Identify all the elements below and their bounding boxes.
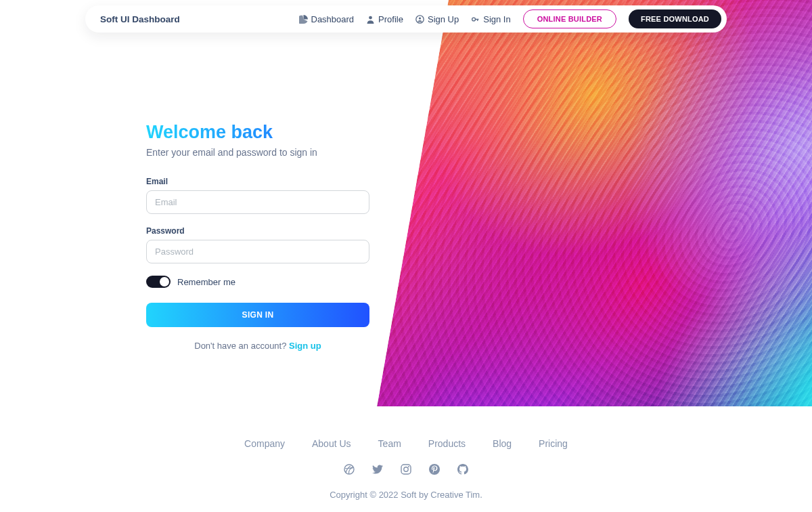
- nav-profile[interactable]: Profile: [366, 14, 403, 24]
- footer-link-pricing[interactable]: Pricing: [539, 438, 568, 449]
- svg-point-7: [408, 466, 409, 467]
- footer-link-team[interactable]: Team: [378, 438, 401, 449]
- signin-button[interactable]: SIGN IN: [146, 303, 369, 327]
- nav-dashboard[interactable]: Dashboard: [299, 14, 355, 24]
- key-icon: [471, 15, 480, 24]
- page-footer: Company About Us Team Products Blog Pric…: [0, 438, 812, 500]
- signup-link[interactable]: Sign up: [289, 341, 321, 351]
- svg-rect-5: [401, 465, 411, 474]
- pie-chart-icon: [299, 15, 308, 24]
- decorative-art: [372, 0, 812, 406]
- svg-point-2: [419, 17, 421, 19]
- remember-me-toggle[interactable]: [146, 276, 171, 288]
- password-label: Password: [146, 226, 369, 236]
- nav-signin-label: Sign In: [483, 14, 510, 24]
- remember-me-label: Remember me: [177, 277, 235, 287]
- nav-profile-label: Profile: [378, 14, 403, 24]
- footer-link-products[interactable]: Products: [428, 438, 466, 449]
- signin-form: Welcome back Enter your email and passwo…: [146, 122, 369, 351]
- top-navbar: Soft UI Dashboard Dashboard Profile Sign…: [85, 5, 727, 33]
- email-input[interactable]: [146, 190, 369, 214]
- footer-link-blog[interactable]: Blog: [493, 438, 512, 449]
- nav-dashboard-label: Dashboard: [311, 14, 355, 24]
- page-subtitle: Enter your email and password to sign in: [146, 147, 369, 158]
- user-circle-icon: [415, 15, 424, 24]
- svg-point-0: [369, 16, 372, 19]
- toggle-knob: [160, 277, 169, 286]
- nav-signup[interactable]: Sign Up: [415, 14, 459, 24]
- brand-title[interactable]: Soft UI Dashboard: [100, 14, 180, 24]
- twitter-icon[interactable]: [372, 464, 383, 475]
- nav-signup-label: Sign Up: [428, 14, 459, 24]
- copyright-text: Copyright © 2022 Soft by Creative Tim.: [0, 490, 812, 500]
- instagram-icon[interactable]: [401, 464, 411, 475]
- signup-prompt: Don't have an account? Sign up: [146, 341, 369, 351]
- user-icon: [366, 15, 375, 24]
- svg-point-6: [404, 467, 408, 471]
- nav-signin[interactable]: Sign In: [471, 14, 510, 24]
- page-title: Welcome back: [146, 122, 369, 143]
- free-download-button[interactable]: FREE DOWNLOAD: [629, 9, 721, 28]
- github-icon[interactable]: [457, 464, 468, 475]
- online-builder-button[interactable]: ONLINE BUILDER: [523, 9, 616, 28]
- footer-link-company[interactable]: Company: [244, 438, 285, 449]
- footer-link-about[interactable]: About Us: [312, 438, 351, 449]
- email-label: Email: [146, 177, 369, 186]
- svg-point-8: [429, 464, 440, 475]
- pinterest-icon[interactable]: [429, 464, 440, 475]
- svg-point-3: [472, 18, 476, 21]
- dribbble-icon[interactable]: [344, 464, 355, 475]
- password-input[interactable]: [146, 240, 369, 263]
